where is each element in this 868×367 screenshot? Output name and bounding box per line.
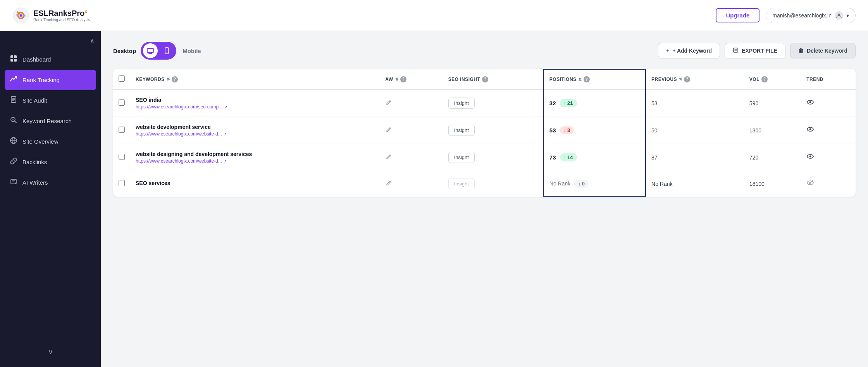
edit-icon[interactable] [385, 128, 392, 134]
trend-eye-icon[interactable] [806, 180, 814, 188]
add-keyword-icon: + [666, 48, 669, 54]
user-menu-button[interactable]: manish@esearchlogix.in ▾ [766, 8, 856, 23]
svg-rect-26 [734, 48, 738, 52]
keyword-url[interactable]: https://www.esearchlogix.com/seo-comp...… [136, 104, 374, 110]
header-seo-insight[interactable]: SEO INSIGHT ? [443, 69, 544, 89]
previous-cell: 87 [646, 144, 744, 171]
upgrade-button[interactable]: Upgrade [716, 8, 760, 22]
aw-help-icon: ? [400, 76, 406, 82]
sidebar-item-dashboard[interactable]: Dashboard [0, 49, 101, 70]
sidebar-item-site-audit[interactable]: Site Audit [0, 90, 101, 111]
vol-cell: 590 [744, 89, 801, 117]
header-previous[interactable]: PREVIOUS ⇅ ? [646, 69, 744, 89]
trend-cell [801, 171, 856, 197]
vol-cell: 1300 [744, 117, 801, 144]
sidebar-collapse-icon[interactable]: ∧ [90, 37, 95, 45]
change-badge: ↑ 0 [574, 180, 589, 188]
arrow-neutral-icon: ↑ [578, 181, 581, 187]
keyword-cell: SEO services [130, 171, 380, 197]
sidebar-item-keyword-research[interactable]: Keyword Research [0, 111, 101, 131]
delete-keyword-icon: 🗑 [798, 48, 804, 54]
insight-button-0[interactable]: Insight [448, 98, 475, 109]
row-checkbox-0[interactable] [119, 99, 125, 106]
select-all-checkbox[interactable] [119, 75, 125, 82]
previous-cell: No Rank [646, 171, 744, 197]
keyword-name: website designing and development servic… [136, 151, 374, 157]
header-trend: TREND [801, 69, 856, 89]
sidebar-expand-icon[interactable]: ∨ [0, 341, 101, 362]
table-header-row: KEYWORDS ⇅ ? AW ⇅ ? [113, 69, 856, 89]
arrow-up-icon: ↑ [564, 154, 567, 160]
header-vol[interactable]: VOL ? [744, 69, 801, 89]
keyword-cell: website designing and development servic… [130, 144, 380, 171]
desktop-toggle-btn[interactable] [143, 43, 158, 58]
header-right: Upgrade manish@esearchlogix.in ▾ [716, 8, 856, 23]
trend-eye-icon[interactable] [806, 127, 814, 135]
header-positions[interactable]: POSITIONS ⇅ ? [544, 69, 646, 89]
sidebar-item-rank-tracking[interactable]: Rank Tracking [5, 70, 96, 90]
trend-cell [801, 144, 856, 171]
vol-value: 18100 [749, 181, 765, 187]
row-checkbox-2[interactable] [119, 154, 125, 160]
svg-point-31 [809, 101, 811, 103]
sidebar-label-ai-writers: AI Writers [22, 179, 48, 186]
delete-keyword-button[interactable]: 🗑 Delete Keyword [790, 43, 856, 58]
trend-eye-icon[interactable] [806, 100, 814, 108]
logo-subtitle: Rank Tracking and SEO Analysis [33, 18, 90, 22]
keyword-url[interactable]: https://www.esearchlogix.com/website-d..… [136, 158, 374, 164]
svg-rect-7 [14, 59, 17, 62]
keyword-name: website development service [136, 124, 374, 130]
svg-point-2 [20, 14, 22, 17]
insight-button-2[interactable]: Insight [448, 152, 475, 163]
main-content: Desktop Mobile + + Add Keyword [101, 31, 868, 367]
row-checkbox-cell [113, 171, 130, 197]
external-link-icon: ↗ [224, 132, 227, 136]
vol-value: 720 [749, 154, 758, 161]
row-checkbox-3[interactable] [119, 180, 125, 186]
ai-writers-icon [9, 178, 18, 187]
row-checkbox-1[interactable] [119, 127, 125, 133]
insight-button-1[interactable]: Insight [448, 125, 475, 136]
main-layout: ∧ Dashboard Rank Tracking Site Audit Key [0, 31, 868, 367]
site-audit-icon [9, 96, 18, 105]
keywords-table: KEYWORDS ⇅ ? AW ⇅ ? [113, 69, 856, 197]
positions-cell: No Rank ↑ 0 [544, 171, 646, 197]
previous-cell: 50 [646, 117, 744, 144]
mobile-toggle-btn[interactable] [159, 43, 174, 58]
table-row: website development service https://www.… [113, 117, 856, 144]
edit-icon[interactable] [385, 181, 392, 188]
aw-sort-icon: ⇅ [395, 77, 398, 81]
change-badge: ↑ 14 [560, 153, 577, 161]
arrow-up-icon: ↑ [564, 100, 567, 106]
device-toggle-switch[interactable] [141, 42, 176, 60]
positions-cell: 73 ↑ 14 [544, 144, 646, 171]
header-aw[interactable]: AW ⇅ ? [380, 69, 443, 89]
seo-insight-cell: Insight [443, 89, 544, 117]
rank-tracking-icon [9, 75, 18, 85]
svg-point-25 [167, 53, 167, 53]
previous-value: 87 [651, 154, 658, 161]
edit-icon[interactable] [385, 101, 392, 107]
sidebar: ∧ Dashboard Rank Tracking Site Audit Key [0, 31, 101, 367]
insight-button-3[interactable]: Insight [448, 178, 475, 189]
keywords-help-icon: ? [172, 76, 178, 82]
sidebar-item-backlinks[interactable]: Backlinks [0, 152, 101, 172]
keyword-url[interactable]: https://www.esearchlogix.com/website-d..… [136, 131, 374, 137]
backlinks-icon [9, 157, 18, 167]
sidebar-label-keyword-research: Keyword Research [22, 118, 72, 124]
header-keywords[interactable]: KEYWORDS ⇅ ? [130, 69, 380, 89]
svg-rect-21 [147, 48, 153, 53]
positions-help-icon: ? [584, 76, 590, 82]
logo-title: ESLRanksPro° [33, 9, 90, 18]
sidebar-item-ai-writers[interactable]: AI Writers [0, 172, 101, 193]
seo-insight-cell: Insight [443, 117, 544, 144]
positions-cell: 53 ↓ 3 [544, 117, 646, 144]
sidebar-item-site-overview[interactable]: Site Overview [0, 131, 101, 152]
export-file-button[interactable]: EXPORT FILE [725, 43, 785, 58]
vol-value: 1300 [749, 127, 761, 134]
edit-icon[interactable] [385, 155, 392, 161]
svg-line-29 [389, 101, 390, 102]
trend-eye-icon[interactable] [806, 154, 814, 162]
external-link-icon: ↗ [224, 105, 227, 109]
add-keyword-button[interactable]: + + Add Keyword [658, 43, 720, 58]
